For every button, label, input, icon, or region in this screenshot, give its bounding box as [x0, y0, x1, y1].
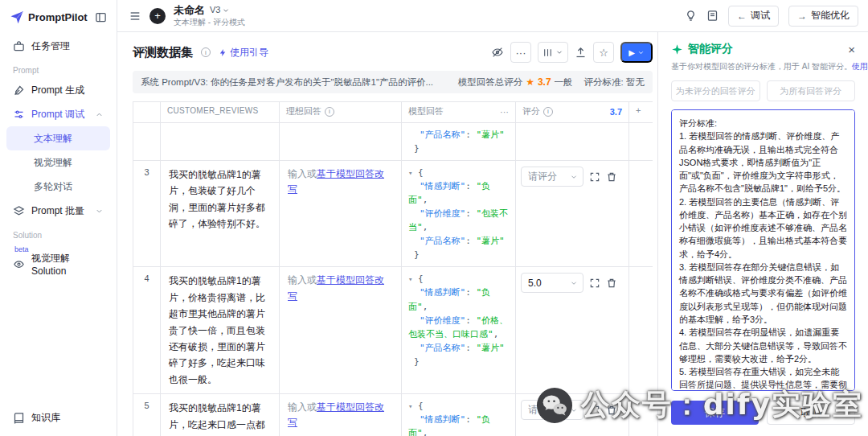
score-cell [516, 123, 629, 161]
col-ideal-answer[interactable]: 理想回答i [280, 102, 402, 123]
sidebar-item-knowledge-base[interactable]: 知识库 [6, 405, 110, 430]
eye-icon [13, 258, 25, 270]
score-unscored-button[interactable]: 为未评分的回答评分 [671, 80, 760, 101]
hint-lightbulb-icon[interactable] [685, 10, 697, 22]
col-customer-reviews[interactable]: CUSTOMER_REVIEWS [161, 102, 280, 123]
smart-optimize-button[interactable]: → 智能优化 [788, 6, 858, 27]
total-score: 模型回答总评分 ★ 3.7 一般 [458, 76, 573, 88]
review-cell[interactable]: 我买的脱敏品牌1的薯片，吃起来口感一点都不脆，软塌塌的，口味也很奇怪，一点都不香… [161, 394, 280, 436]
favorite-button[interactable]: ☆ [593, 42, 614, 63]
new-task-icon[interactable]: + [149, 8, 166, 24]
system-prompt-text: 系统 Prompt/V3: 你的任务是对客户发布的关于"脱敏品牌1"产品的评价.… [141, 76, 447, 88]
delete-row-icon[interactable] [606, 171, 617, 183]
sidebar-item-vision-solution[interactable]: 视觉理解 Solution [6, 252, 110, 276]
sparkle-icon [671, 43, 683, 56]
usage-guide-link[interactable]: 使用引导 [219, 46, 268, 60]
dataset-table-body: "产品名称": "薯片"} 3 我买的脱敏品牌1的薯片，包装破了好几个洞，里面的… [133, 123, 653, 436]
model-answer-json: ▾ {"情感判断": "负面","评价维度": "价格、包装不当、口味口感","… [408, 272, 509, 368]
hamburger-menu-icon[interactable] [129, 10, 141, 23]
close-icon[interactable]: × [848, 43, 855, 56]
debug-mode-button[interactable]: ← 调试 [728, 6, 779, 27]
col-score[interactable]: 评分i3.7 [516, 102, 629, 123]
sidebar-item-text-understanding[interactable]: 文本理解 [6, 126, 110, 150]
panel-title: 智能评分 [688, 42, 733, 56]
manual-link[interactable]: 使用手册 [852, 62, 868, 71]
model-answer-json: ▾ {"情感判断": "负面","评价维度": "口味口感","产品名称": "… [408, 399, 509, 436]
review-cell[interactable] [161, 123, 280, 161]
sidebar-item-vision-understanding[interactable]: 视觉理解 [6, 150, 110, 175]
score-cell: 请评分 [516, 161, 629, 267]
grid-view-icon [542, 47, 553, 58]
review-text: 我买的脱敏品牌1的薯片，价格贵得离谱，比超市里其他品牌的薯片贵了快一倍，而且包装… [169, 273, 271, 388]
ideal-answer-cell[interactable]: 输入或基于模型回答改写 [280, 267, 402, 394]
info-icon[interactable]: i [325, 107, 334, 117]
more-options-button[interactable]: ··· [510, 42, 531, 63]
info-icon[interactable]: i [543, 107, 553, 117]
smart-optimize-label: 智能优化 [811, 9, 850, 23]
sidebar-item-prompt-generate[interactable]: Prompt 生成 [6, 78, 110, 102]
view-config-button[interactable] [538, 42, 568, 63]
sidebar-item-multi-turn-dialog[interactable]: 多轮对话 [6, 175, 110, 199]
ideal-answer-cell[interactable]: 输入或基于模型回答改写 [280, 394, 402, 436]
expand-row-icon[interactable] [589, 405, 600, 416]
model-answer-json: ▾ {"情感判断": "负面","评价维度": "包装不当","产品名称": "… [408, 166, 509, 261]
model-answer-cell[interactable]: ▾ {"情感判断": "负面","评价维度": "口味口感","产品名称": "… [402, 394, 516, 436]
hide-columns-icon[interactable] [491, 46, 504, 59]
column-more-icon[interactable]: ··· [500, 107, 509, 117]
dataset-table: CUSTOMER_REVIEWS 理想回答i 模型回答··· 评分i3.7 [133, 101, 653, 436]
delete-row-icon[interactable] [606, 278, 617, 289]
manual-icon[interactable] [706, 10, 719, 22]
score-select[interactable]: 5.0 [521, 273, 583, 293]
score-select[interactable]: 请评分 [521, 167, 583, 187]
sidebar: PromptPilot 任务管理 Prompt Prompt 生成 Prompt… [0, 0, 117, 436]
score-cell: 请评分 [516, 394, 629, 436]
score-column-average: 3.7 [610, 107, 622, 117]
add-column-button[interactable]: + [629, 102, 653, 123]
criteria-textarea[interactable]: 评分标准: 1. 若模型回答的情感判断、评价维度、产品名称均准确无误，且输出格式… [671, 109, 855, 391]
sidebar-collapse-icon[interactable] [95, 11, 107, 23]
export-icon[interactable] [575, 47, 587, 59]
ideal-prefix: 输入或 [288, 274, 317, 286]
run-button[interactable]: ▶ [620, 42, 653, 63]
magic-pen-icon [13, 84, 25, 97]
play-icon: ▶ [628, 48, 635, 57]
ideal-prefix: 输入或 [288, 401, 317, 413]
sidebar-item-prompt-debug[interactable]: Prompt 调试 [6, 102, 110, 126]
review-cell[interactable]: 我买的脱敏品牌1的薯片，价格贵得离谱，比超市里其他品牌的薯片贵了快一倍，而且包装… [161, 267, 280, 394]
review-cell[interactable]: 我买的脱敏品牌1的薯片，包装破了好几个洞，里面的薯片好多都碎了，体验特别不好。 [161, 161, 280, 267]
sidebar-item-label: Prompt 生成 [31, 84, 84, 97]
sidebar-item-task-management[interactable]: 任务管理 [6, 34, 110, 58]
table-row: 3 我买的脱敏品牌1的薯片，包装破了好几个洞，里面的薯片好多都碎了，体验特别不好… [133, 161, 653, 267]
row-index: 4 [144, 274, 149, 283]
sidebar-section-solution: Solution [13, 231, 104, 240]
smart-scoring-panel: 智能评分 × 基于你对模型回答的评分标准，用于 AI 智能评分。使用手册 为未评… [657, 32, 868, 436]
row-add-cell [629, 161, 653, 267]
total-score-value: 3.7 [538, 76, 551, 88]
score-select[interactable]: 请评分 [521, 400, 583, 420]
cancel-button[interactable]: 取消 [767, 401, 856, 425]
save-button[interactable]: 保存 [671, 401, 759, 425]
model-answer-cell[interactable]: ▾ {"情感判断": "负面","评价维度": "包装不当","产品名称": "… [402, 161, 516, 267]
model-answer-cell[interactable]: ▾ {"情感判断": "负面","评价维度": "价格、包装不当、口味口感","… [402, 267, 516, 394]
info-icon[interactable]: i [201, 47, 211, 57]
system-prompt-bar[interactable]: 系统 Prompt/V3: 你的任务是对客户发布的关于"脱敏品牌1"产品的评价.… [133, 71, 653, 93]
criteria-status: 评分标准: 暂无 [584, 76, 645, 88]
expand-row-icon[interactable] [589, 171, 600, 183]
model-answer-cell[interactable]: "产品名称": "薯片"} [402, 123, 516, 161]
col-row-number [133, 102, 161, 123]
arrow-right-icon: → [797, 10, 807, 22]
ideal-answer-cell[interactable] [280, 123, 402, 161]
delete-row-icon[interactable] [606, 405, 617, 416]
app-root: PromptPilot 任务管理 Prompt Prompt 生成 Prompt… [0, 0, 868, 436]
ideal-answer-cell[interactable]: 输入或基于模型回答改写 [280, 161, 402, 267]
book-icon [13, 412, 25, 424]
expand-row-icon[interactable] [589, 278, 600, 289]
chevron-down-icon [555, 48, 563, 56]
star-icon: ★ [526, 76, 534, 88]
sidebar-item-prompt-batch[interactable]: Prompt 批量 [6, 199, 110, 223]
version-selector[interactable]: V3 [210, 5, 230, 15]
table-row: 5 我买的脱敏品牌1的薯片，吃起来口感一点都不脆，软塌塌的，口味也很奇怪，一点都… [133, 394, 653, 436]
score-all-button[interactable]: 为所有回答评分 [767, 80, 856, 101]
col-model-answer[interactable]: 模型回答··· [402, 102, 516, 123]
briefcase-icon [13, 40, 25, 52]
